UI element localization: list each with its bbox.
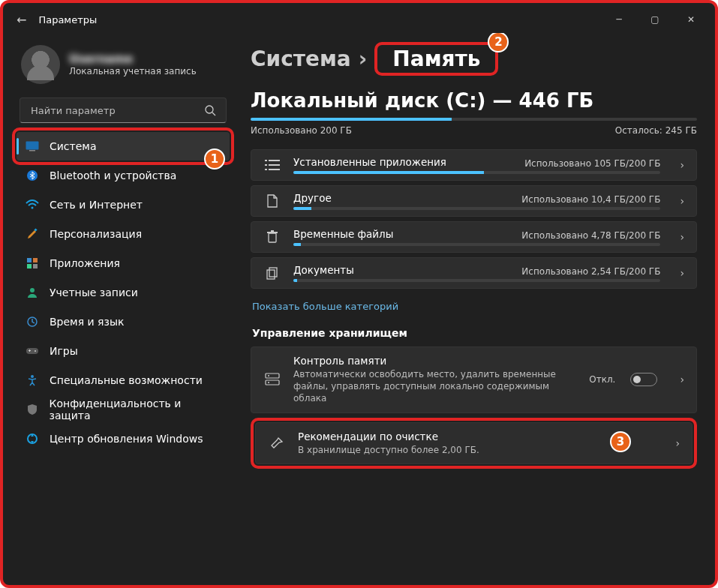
svg-rect-10 [33, 264, 38, 268]
category-bar [293, 279, 660, 282]
highlight-marker-3: Рекомендации по очистке В хранилище дост… [251, 418, 697, 469]
svg-rect-30 [266, 374, 279, 378]
nav: 1 Система Bluetooth и устройства Сеть и … [17, 132, 230, 453]
svg-rect-3 [29, 150, 35, 152]
section-title: Управление хранилищем [252, 327, 697, 339]
trash-icon [263, 228, 281, 246]
user-name: Username [69, 52, 197, 66]
window-title: Параметры [38, 14, 97, 26]
user-account[interactable]: Username Локальная учетная запись [21, 45, 230, 84]
nav-label: Игры [50, 345, 78, 357]
drive-icon [263, 370, 281, 388]
show-more-link[interactable]: Показать больше категорий [252, 301, 398, 312]
chevron-right-icon: › [680, 231, 684, 243]
category-usage: Использовано 10,4 ГБ/200 ГБ [521, 194, 660, 205]
nav-label: Учетные записи [50, 286, 138, 298]
close-button[interactable]: ✕ [683, 14, 698, 25]
svg-rect-23 [265, 169, 267, 170]
settings-window: ← Параметры ─ ▢ ✕ Username Локальная уче… [0, 0, 718, 588]
svg-point-5 [32, 207, 34, 209]
sidebar: Username Локальная учетная запись 1 Сист… [3, 33, 236, 585]
chevron-right-icon: › [680, 195, 684, 207]
toggle-state: Откл. [589, 374, 615, 385]
category-apps[interactable]: Установленные приложения Использовано 10… [251, 149, 697, 181]
nav-label: Приложения [50, 257, 120, 269]
main-content: Система › Память 2 Локальный диск (C:) —… [236, 33, 715, 585]
svg-rect-2 [26, 142, 39, 150]
category-usage: Использовано 105 ГБ/200 ГБ [524, 158, 660, 169]
nav-accounts[interactable]: Учетные записи [17, 278, 230, 307]
category-documents[interactable]: Документы Использовано 2,54 ГБ/200 ГБ › [251, 257, 697, 289]
storage-sense[interactable]: Контроль памяти Автоматически освободить… [251, 346, 697, 413]
nav-bluetooth[interactable]: Bluetooth и устройства [17, 161, 230, 190]
search-input[interactable] [29, 104, 203, 117]
nav-gaming[interactable]: Игры [17, 337, 230, 365]
nav-update[interactable]: Центр обновления Windows [17, 424, 230, 453]
category-title: Другое [293, 192, 332, 204]
gamepad-icon [26, 344, 39, 358]
back-button[interactable]: ← [17, 13, 26, 27]
titlebar: ← Параметры ─ ▢ ✕ [3, 3, 715, 33]
breadcrumb-parent[interactable]: Система [251, 46, 351, 71]
nav-system[interactable]: Система [17, 132, 230, 160]
category-bar [293, 243, 660, 246]
svg-rect-21 [265, 164, 267, 166]
disk-title: Локальный диск (C:) — 446 ГБ [251, 89, 697, 112]
svg-rect-24 [269, 169, 280, 170]
nav-label: Система [50, 140, 96, 152]
category-usage: Использовано 2,54 ГБ/200 ГБ [521, 266, 660, 277]
svg-rect-7 [27, 258, 32, 262]
svg-rect-25 [269, 233, 276, 242]
nav-time-language[interactable]: Время и язык [17, 308, 230, 336]
nav-label: Конфиденциальность и защита [49, 398, 221, 422]
disk-progress [251, 118, 697, 121]
nav-label: Центр обновления Windows [50, 433, 203, 445]
svg-line-1 [212, 112, 215, 116]
svg-point-17 [31, 375, 34, 378]
nav-accessibility[interactable]: Специальные возможности [17, 366, 230, 394]
breadcrumb-current: Память [385, 45, 488, 73]
svg-rect-22 [269, 164, 280, 166]
nav-network[interactable]: Сеть и Интернет [17, 190, 230, 219]
category-usage: Использовано 4,78 ГБ/200 ГБ [521, 230, 660, 241]
nav-apps[interactable]: Приложения [17, 249, 230, 278]
svg-rect-8 [33, 258, 38, 262]
search-box[interactable] [20, 98, 227, 123]
marker-1: 1 [204, 148, 225, 170]
recommendations-title: Рекомендации по очистке [298, 430, 656, 442]
category-bar [293, 171, 660, 174]
document-icon [263, 264, 281, 282]
broom-icon [268, 434, 286, 452]
chevron-right-icon: › [680, 267, 684, 279]
highlight-marker-2: Память 2 [374, 42, 498, 76]
chevron-right-icon: › [675, 437, 680, 449]
svg-point-0 [206, 106, 213, 113]
svg-point-32 [268, 375, 269, 376]
monitor-icon [26, 140, 39, 153]
category-title: Временные файлы [293, 228, 393, 240]
storage-sense-toggle[interactable] [630, 373, 657, 386]
accessibility-icon [26, 374, 39, 387]
wifi-icon [26, 198, 39, 212]
maximize-button[interactable]: ▢ [647, 14, 662, 25]
recommendations-sub: В хранилище доступно более 2,00 ГБ. [298, 444, 656, 456]
svg-point-14 [35, 350, 36, 352]
nav-personalization[interactable]: Персонализация [17, 220, 230, 248]
disk-used: Использовано 200 ГБ [251, 125, 352, 136]
apps-icon [26, 256, 39, 270]
category-temp[interactable]: Временные файлы Использовано 4,78 ГБ/200… [251, 221, 697, 253]
nav-label: Bluetooth и устройства [50, 170, 176, 182]
list-icon [263, 156, 281, 174]
nav-label: Персонализация [50, 228, 142, 240]
search-icon [203, 104, 217, 117]
bluetooth-icon [26, 169, 39, 182]
nav-privacy[interactable]: Конфиденциальность и защита [17, 395, 230, 424]
nav-label: Специальные возможности [50, 374, 203, 386]
category-other[interactable]: Другое Использовано 10,4 ГБ/200 ГБ › [251, 185, 697, 217]
chevron-right-icon: › [359, 46, 368, 71]
svg-rect-31 [266, 380, 279, 385]
svg-rect-9 [27, 264, 32, 268]
minimize-button[interactable]: ─ [611, 14, 626, 25]
svg-rect-16 [29, 350, 30, 352]
svg-point-11 [30, 288, 35, 292]
